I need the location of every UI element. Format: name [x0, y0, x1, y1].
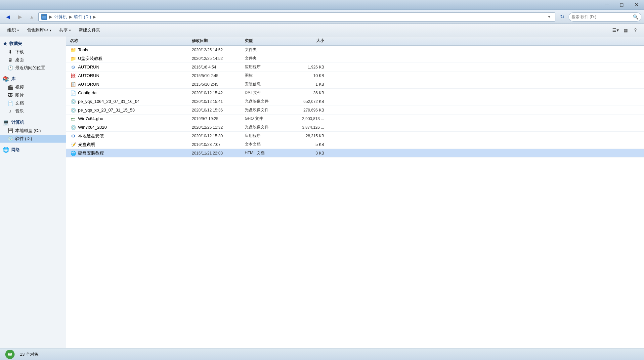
col-header-type[interactable]: 类型: [245, 38, 291, 44]
include-library-button[interactable]: 包含到库中: [23, 26, 55, 34]
path-icon: [41, 14, 47, 20]
file-name: 💿 Win7x64_2020: [66, 124, 192, 130]
file-type: 光盘映像文件: [245, 99, 291, 104]
sidebar: ★ 收藏夹 ⬇ 下载 🖥 桌面 🕐 最近访问的位置 📚 库 🎬: [0, 36, 66, 348]
col-header-size[interactable]: 大小: [291, 38, 331, 44]
sidebar-item-document[interactable]: 📄 文档: [0, 99, 66, 107]
addressbar: ◀ ▶ ▲ ▶ 计算机 ▶ 软件 (D:) ▶ ▾ ↻ 🔍: [0, 10, 644, 24]
col-header-date[interactable]: 修改日期: [192, 38, 245, 44]
library-section: 📚 库 🎬 视频 🖼 图片 📄 文档 ♪ 音乐: [0, 74, 66, 115]
status-app-icon: W: [4, 348, 16, 360]
table-row[interactable]: 💿 pe_yqs_xp_20_07_31_15_53 2020/10/12 15…: [66, 106, 644, 114]
table-row[interactable]: 📝 光盘说明 2016/10/23 7:07 文本文档 5 KB: [66, 140, 644, 149]
new-folder-button[interactable]: 新建文件夹: [75, 26, 104, 34]
search-input[interactable]: [572, 15, 631, 19]
file-name: 📁 Tools: [66, 47, 192, 53]
help-button[interactable]: ?: [631, 26, 640, 34]
file-name: 🖼 AUTORUN: [66, 73, 192, 79]
path-computer[interactable]: 计算机: [54, 14, 67, 20]
file-name: 💿 pe_yqs_xp_20_07_31_15_53: [66, 107, 192, 113]
share-button[interactable]: 共享: [56, 26, 74, 34]
table-row[interactable]: ⚙ AUTORUN 2016/1/8 4:54 应用程序 1,926 KB: [66, 63, 644, 71]
table-row[interactable]: 📋 AUTORUN 2015/5/10 2:45 安装信息 1 KB: [66, 80, 644, 89]
table-row[interactable]: 🖼 AUTORUN 2015/5/10 2:45 图标 10 KB: [66, 71, 644, 80]
titlebar-buttons: ─ □ ✕: [599, 0, 644, 10]
toolbar-view-buttons: ☰▾ ▦ ?: [611, 26, 640, 34]
file-type: 光盘映像文件: [245, 107, 291, 113]
picture-icon: 🖼: [7, 92, 13, 98]
forward-button[interactable]: ▶: [15, 12, 25, 22]
table-row[interactable]: 💿 Win7x64_2020 2020/12/25 11:32 光盘映像文件 3…: [66, 123, 644, 132]
col-header-name[interactable]: 名称: [66, 38, 192, 44]
sidebar-item-picture[interactable]: 🖼 图片: [0, 91, 66, 99]
favorites-header[interactable]: ★ 收藏夹: [0, 39, 66, 48]
search-box[interactable]: 🔍: [569, 12, 641, 22]
computer-icon: 💻: [3, 119, 9, 125]
up-button[interactable]: ▲: [26, 12, 37, 22]
sidebar-item-video[interactable]: 🎬 视频: [0, 83, 66, 91]
file-type: GHO 文件: [245, 116, 291, 121]
include-chevron: [50, 27, 51, 32]
file-type-icon: ⚙: [70, 64, 76, 70]
back-button[interactable]: ◀: [3, 12, 13, 22]
sidebar-item-desktop[interactable]: 🖥 桌面: [0, 56, 66, 64]
file-size: 1 KB: [291, 82, 331, 87]
table-row[interactable]: ⚙ 本地硬盘安装 2020/10/12 15:30 应用程序 28,315 KB: [66, 132, 644, 140]
file-type: 应用程序: [245, 64, 291, 70]
refresh-button[interactable]: ↻: [557, 12, 567, 22]
network-header[interactable]: 🌐 网络: [0, 145, 66, 154]
table-row[interactable]: 📁 U盘安装教程 2020/12/25 14:52 文件夹: [66, 54, 644, 63]
file-date: 2020/12/25 11:32: [192, 125, 245, 130]
path-sep-3: ▶: [93, 15, 96, 19]
file-name: ⚙ 本地硬盘安装: [66, 133, 192, 139]
computer-header[interactable]: 💻 计算机: [0, 118, 66, 127]
view-menu-button[interactable]: ☰▾: [611, 26, 620, 34]
close-button[interactable]: ✕: [629, 0, 644, 10]
file-type-icon: 📋: [70, 81, 76, 87]
table-row[interactable]: 🗃 Win7x64.gho 2019/9/7 19:25 GHO 文件 2,90…: [66, 114, 644, 123]
table-row[interactable]: 🌐 硬盘安装教程 2016/11/21 22:03 HTML 文档 3 KB: [66, 149, 644, 158]
file-type-icon: 🗃: [70, 116, 76, 122]
view-pane-button[interactable]: ▦: [621, 26, 630, 34]
address-path[interactable]: ▶ 计算机 ▶ 软件 (D:) ▶ ▾: [38, 12, 555, 22]
main-layout: ★ 收藏夹 ⬇ 下载 🖥 桌面 🕐 最近访问的位置 📚 库 🎬: [0, 36, 644, 348]
file-name: 📄 Config.dat: [66, 90, 192, 96]
file-type: 文本文档: [245, 142, 291, 147]
file-list-header: 名称 修改日期 类型 大小: [66, 36, 644, 46]
file-name: 📁 U盘安装教程: [66, 56, 192, 62]
table-row[interactable]: 📄 Config.dat 2020/10/12 15:42 DAT 文件 36 …: [66, 89, 644, 97]
sidebar-item-recent[interactable]: 🕐 最近访问的位置: [0, 64, 66, 72]
file-date: 2020/10/12 15:41: [192, 99, 245, 104]
maximize-button[interactable]: □: [614, 0, 629, 10]
file-type-icon: 📄: [70, 90, 76, 96]
path-sep-1: ▶: [49, 15, 52, 19]
file-size: 279,696 KB: [291, 108, 331, 112]
file-type: 光盘映像文件: [245, 124, 291, 130]
sidebar-item-music[interactable]: ♪ 音乐: [0, 107, 66, 115]
table-row[interactable]: 💿 pe_yqs_1064_20_07_31_16_04 2020/10/12 …: [66, 97, 644, 106]
file-type-icon: 🖼: [70, 73, 76, 79]
file-name: ⚙ AUTORUN: [66, 64, 192, 70]
path-drive[interactable]: 软件 (D:): [74, 14, 91, 20]
desktop-icon: 🖥: [7, 57, 13, 63]
drive-c-icon: 💾: [7, 128, 13, 134]
path-dropdown[interactable]: ▾: [546, 14, 552, 20]
file-size: 5 KB: [291, 142, 331, 147]
minimize-button[interactable]: ─: [599, 0, 614, 10]
library-header[interactable]: 📚 库: [0, 74, 66, 83]
sidebar-item-download[interactable]: ⬇ 下载: [0, 48, 66, 56]
organize-button[interactable]: 组织: [4, 26, 22, 34]
table-row[interactable]: 📁 Tools 2020/12/25 14:52 文件夹: [66, 46, 644, 54]
file-type-icon: 💿: [70, 124, 76, 130]
svg-rect-2: [42, 16, 44, 16]
video-icon: 🎬: [7, 84, 13, 90]
share-chevron: [69, 27, 71, 32]
file-date: 2019/9/7 19:25: [192, 116, 245, 121]
statusbar: W 13 个对象: [0, 348, 644, 360]
file-size: 652,072 KB: [291, 99, 331, 104]
sidebar-item-drive-c[interactable]: 💾 本地磁盘 (C:): [0, 127, 66, 135]
search-icon: 🔍: [633, 14, 638, 20]
sidebar-item-drive-d[interactable]: 💿 软件 (D:): [0, 135, 66, 143]
file-name: 📋 AUTORUN: [66, 81, 192, 87]
file-area: 名称 修改日期 类型 大小 📁 Tools 2020/12/25 14:52 文…: [66, 36, 644, 348]
